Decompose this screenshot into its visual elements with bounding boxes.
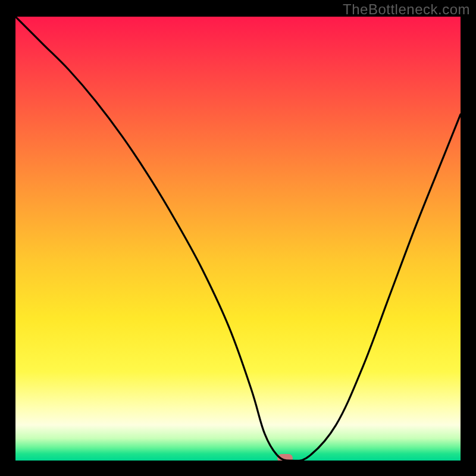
bottleneck-curve bbox=[15, 17, 461, 461]
chart-frame: TheBottleneck.com bbox=[0, 0, 476, 476]
watermark-text: TheBottleneck.com bbox=[343, 1, 470, 18]
plot-area bbox=[15, 17, 461, 461]
